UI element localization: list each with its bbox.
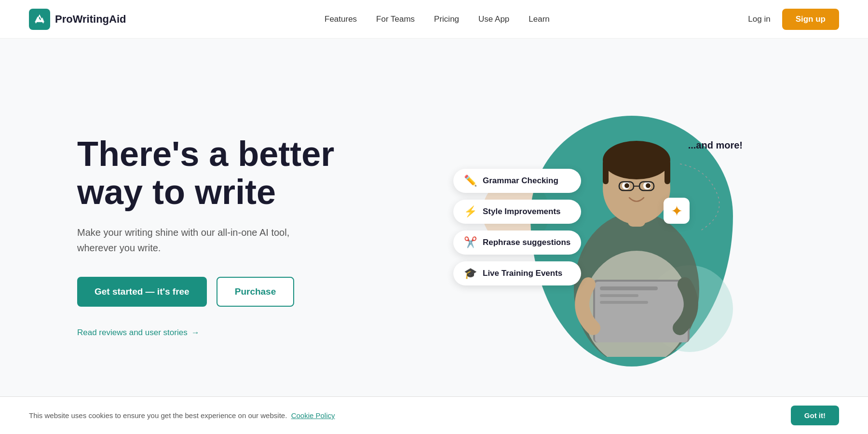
- sparkle-box: ✦: [664, 198, 690, 224]
- navigation: ProWritingAid Features For Teams Pricing…: [0, 0, 868, 39]
- nav-link-use-app[interactable]: Use App: [478, 14, 509, 24]
- nav-links: Features For Teams Pricing Use App Learn: [325, 14, 550, 24]
- reviews-link[interactable]: Read reviews and user stories →: [77, 328, 405, 338]
- feature-pill-style: ⚡ Style Improvements: [453, 200, 581, 224]
- logo-icon: [29, 9, 50, 30]
- cookie-accept-button[interactable]: Got it!: [791, 406, 839, 425]
- sparkle-icon: ✦: [671, 203, 683, 219]
- svg-point-11: [646, 183, 651, 188]
- and-more-text: ...and more!: [688, 140, 743, 151]
- hero-buttons: Get started — it's free Purchase: [77, 277, 405, 307]
- nav-link-learn[interactable]: Learn: [529, 14, 549, 24]
- hero-title: There's a better way to write: [77, 135, 405, 211]
- training-icon: 🎓: [464, 267, 477, 280]
- svg-rect-16: [595, 282, 688, 342]
- svg-rect-6: [603, 160, 609, 184]
- brand-name: ProWritingAid: [55, 13, 126, 26]
- arrow-icon: →: [191, 328, 200, 338]
- signup-button[interactable]: Sign up: [782, 9, 839, 30]
- feature-pill-training: 🎓 Live Training Events: [453, 261, 581, 285]
- purchase-button[interactable]: Purchase: [217, 277, 295, 307]
- cookie-bar: This website uses cookies to ensure you …: [0, 396, 868, 434]
- hero-illustration: ✏️ Grammar Checking ⚡ Style Improvements…: [405, 92, 791, 381]
- illustration-container: ✏️ Grammar Checking ⚡ Style Improvements…: [453, 92, 743, 381]
- svg-rect-0: [37, 20, 42, 21]
- hero-content: There's a better way to write Make your …: [77, 135, 405, 338]
- svg-rect-17: [600, 286, 658, 290]
- cookie-text: This website uses cookies to ensure you …: [29, 411, 335, 420]
- nav-link-pricing[interactable]: Pricing: [434, 14, 459, 24]
- svg-rect-7: [665, 160, 670, 184]
- hero-subtitle: Make your writing shine with our all-in-…: [77, 225, 318, 256]
- grammar-icon: ✏️: [464, 175, 477, 187]
- svg-rect-18: [600, 294, 638, 297]
- hero-section: There's a better way to write Make your …: [0, 39, 868, 434]
- nav-link-for-teams[interactable]: For Teams: [376, 14, 415, 24]
- svg-point-10: [624, 183, 629, 188]
- brand-logo[interactable]: ProWritingAid: [29, 9, 126, 30]
- cookie-policy-link[interactable]: Cookie Policy: [291, 411, 335, 420]
- login-link[interactable]: Log in: [748, 14, 770, 24]
- rephrase-icon: ✂️: [464, 236, 477, 249]
- get-started-button[interactable]: Get started — it's free: [77, 277, 207, 307]
- svg-point-5: [603, 141, 670, 179]
- nav-actions: Log in Sign up: [748, 9, 839, 30]
- nav-link-features[interactable]: Features: [325, 14, 357, 24]
- feature-pill-rephrase: ✂️ Rephrase suggestions: [453, 231, 581, 255]
- feature-pill-grammar: ✏️ Grammar Checking: [453, 169, 581, 193]
- style-icon: ⚡: [464, 205, 477, 218]
- feature-pills: ✏️ Grammar Checking ⚡ Style Improvements…: [453, 169, 581, 285]
- svg-rect-19: [600, 301, 648, 304]
